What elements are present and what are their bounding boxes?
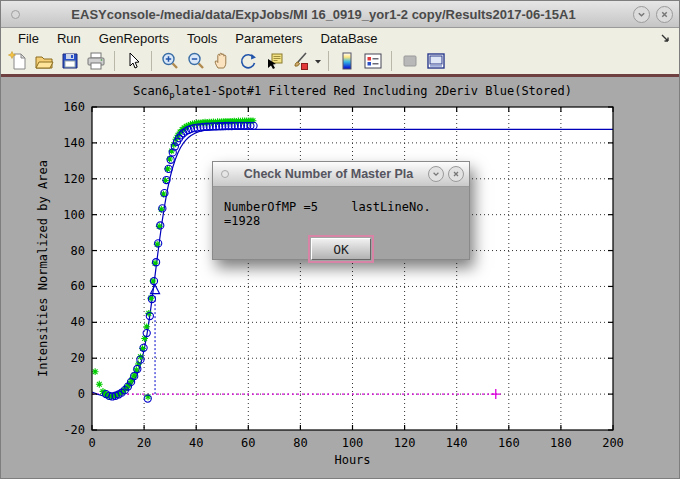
chevron-down-icon (432, 170, 440, 178)
svg-text:60: 60 (241, 436, 255, 450)
svg-text:60: 60 (71, 279, 85, 293)
window-menu-button[interactable] (11, 10, 20, 19)
rotate-3d-icon[interactable] (236, 49, 260, 73)
svg-text:100: 100 (63, 208, 85, 222)
shade-button[interactable] (633, 6, 650, 23)
chart-plot[interactable]: 020406080100120140160180200-200204060801… (1, 77, 680, 477)
svg-text:160: 160 (498, 436, 520, 450)
dialog-shade-button[interactable] (428, 166, 444, 182)
brush-data-icon[interactable] (288, 49, 312, 73)
toolbar-separator (114, 51, 115, 71)
svg-text:40: 40 (71, 315, 85, 329)
dialog-message: NumberOfMP =5 lastLineNo. =1928 (213, 200, 469, 228)
svg-text:20: 20 (71, 351, 85, 365)
menubar: File Run GenReports Tools Parameters Dat… (1, 28, 679, 48)
dialog-close-button[interactable] (448, 166, 464, 182)
dialog-check-number-of-master-plates: Check Number of Master Pla NumberOfMP =5… (212, 161, 470, 260)
svg-text:20: 20 (137, 436, 151, 450)
zoom-out-icon[interactable] (184, 49, 208, 73)
dialog-title: Check Number of Master Pla (229, 167, 424, 181)
menu-file[interactable]: File (9, 31, 48, 46)
svg-text:160: 160 (63, 100, 85, 114)
svg-text:180: 180 (550, 436, 572, 450)
chevron-down-icon (637, 10, 646, 19)
show-plot-tools-icon[interactable] (424, 49, 448, 73)
plot-tools-disabled-icon[interactable] (398, 49, 422, 73)
undock-arrow-icon[interactable] (660, 32, 671, 47)
number-of-mp-value: NumberOfMP =5 (224, 200, 318, 214)
ok-button-focus-ring: OK (308, 235, 374, 263)
dialog-menu-button[interactable] (221, 170, 229, 178)
dialog-titlebar: Check Number of Master Pla (213, 162, 469, 187)
open-folder-icon[interactable] (32, 49, 56, 73)
dialog-body: NumberOfMP =5 lastLineNo. =1928 OK (213, 187, 469, 263)
close-icon (452, 170, 460, 178)
zoom-in-icon[interactable] (158, 49, 182, 73)
new-figure-icon[interactable] (6, 49, 30, 73)
menu-genreports[interactable]: GenReports (90, 31, 178, 46)
figure-area: Scan6plate1-Spot#1 Filtered Red Includin… (1, 77, 680, 477)
svg-text:40: 40 (189, 436, 203, 450)
toolbar (1, 48, 679, 77)
x-axis-label: Hours (334, 453, 370, 467)
svg-text:-20: -20 (63, 423, 85, 437)
menu-parameters[interactable]: Parameters (226, 31, 311, 46)
menu-run[interactable]: Run (48, 31, 90, 46)
insert-legend-icon[interactable] (361, 49, 385, 73)
menu-database[interactable]: DataBase (311, 31, 386, 46)
svg-text:100: 100 (342, 436, 364, 450)
y-axis-label: Intensities Normalized by Area (36, 160, 50, 377)
svg-text:0: 0 (78, 387, 85, 401)
print-icon[interactable] (84, 49, 108, 73)
titlebar: EASYconsole-/media/data/ExpJobs/MI 16_09… (1, 1, 679, 28)
svg-text:80: 80 (71, 244, 85, 258)
ok-button[interactable]: OK (311, 238, 371, 260)
insert-colorbar-icon[interactable] (335, 49, 359, 73)
data-cursor-icon[interactable] (262, 49, 286, 73)
edit-plot-cursor-icon[interactable] (121, 49, 145, 73)
svg-text:0: 0 (88, 436, 95, 450)
svg-text:120: 120 (63, 172, 85, 186)
toolbar-separator (328, 51, 329, 71)
save-icon[interactable] (58, 49, 82, 73)
svg-text:80: 80 (293, 436, 307, 450)
toolbar-separator (151, 51, 152, 71)
app-window: EASYconsole-/media/data/ExpJobs/MI 16_09… (0, 0, 680, 479)
window-title: EASYconsole-/media/data/ExpJobs/MI 16_09… (20, 7, 627, 22)
toolbar-separator (391, 51, 392, 71)
svg-text:120: 120 (394, 436, 416, 450)
close-button[interactable] (656, 6, 673, 23)
svg-text:140: 140 (446, 436, 468, 450)
menu-tools[interactable]: Tools (178, 31, 226, 46)
svg-text:200: 200 (602, 436, 624, 450)
close-icon (660, 10, 669, 19)
pan-hand-icon[interactable] (210, 49, 234, 73)
brush-dropdown-icon[interactable] (314, 49, 322, 73)
svg-text:140: 140 (63, 136, 85, 150)
